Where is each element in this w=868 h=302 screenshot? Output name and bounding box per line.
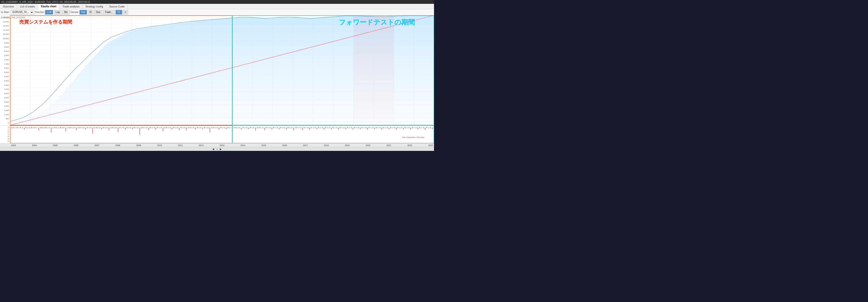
svg-rect-117: [132, 128, 133, 129]
svg-rect-153: [197, 127, 198, 128]
svg-rect-194: [273, 127, 274, 128]
svg-rect-110: [120, 127, 120, 128]
svg-rect-234: [345, 128, 346, 129]
menu-button[interactable]: ≡: [123, 10, 128, 14]
svg-rect-251: [376, 127, 376, 128]
svg-rect-236: [349, 128, 350, 128]
oos-button[interactable]: Oos: [94, 10, 102, 14]
nav-home[interactable]: ⌂: [216, 148, 218, 150]
sub-chart-svg: [10, 126, 434, 143]
svg-rect-52: [15, 127, 16, 128]
svg-rect-189: [265, 128, 265, 130]
svg-rect-254: [381, 128, 382, 130]
svg-rect-59: [27, 128, 28, 128]
tab-overview[interactable]: Overview: [0, 4, 17, 9]
svg-rect-163: [215, 128, 215, 128]
is-button[interactable]: IS: [88, 10, 93, 14]
svg-rect-201: [286, 128, 287, 130]
svg-rect-267: [405, 127, 405, 128]
svg-rect-121: [140, 128, 140, 135]
x-labels: 2003 2004 2005 2006 2007 2008 2009 2010 …: [10, 144, 434, 146]
svg-rect-141: [176, 128, 176, 128]
svg-rect-102: [105, 128, 105, 128]
svg-rect-256: [385, 128, 386, 128]
ls-button[interactable]: L+S: [45, 10, 53, 14]
svg-rect-101: [103, 127, 104, 128]
svg-rect-51: [13, 127, 13, 128]
nav-next[interactable]: ▶: [220, 148, 222, 150]
svg-rect-127: [150, 127, 151, 128]
svg-rect-223: [326, 127, 326, 128]
svg-rect-220: [320, 128, 321, 128]
svg-rect-124: [145, 128, 145, 128]
svg-rect-130: [156, 128, 156, 130]
svg-rect-80: [65, 128, 66, 131]
chart-label: EURUSD_Tick_UTC2/H1: [1, 16, 26, 19]
svg-rect-98: [98, 128, 98, 128]
svg-rect-226: [331, 128, 332, 129]
tab-list-of-trades[interactable]: List of trades: [17, 4, 38, 9]
svg-rect-268: [407, 128, 407, 128]
shr-button[interactable]: Shr: [62, 10, 69, 14]
svg-rect-114: [127, 127, 127, 128]
svg-rect-216: [313, 128, 313, 128]
svg-rect-118: [134, 127, 134, 128]
svg-rect-260: [393, 128, 393, 128]
chart-container: EURUSD_Tick_UTC2/H1 売買システムを作る期間 フォワードテスト…: [0, 15, 434, 151]
trades-button[interactable]: Trade...: [103, 10, 115, 14]
main-chart-svg: [10, 15, 434, 125]
svg-rect-207: [297, 127, 297, 128]
svg-rect-97: [96, 127, 97, 128]
svg-rect-95: [92, 128, 93, 134]
title-text: H1_110100007_S_HIR_SQX - EURUSD_Tick_UTC…: [1, 1, 90, 3]
svg-rect-202: [288, 127, 288, 128]
tc-button[interactable]: TC: [116, 10, 122, 14]
svg-rect-275: [419, 127, 420, 128]
svg-rect-136: [166, 127, 167, 128]
svg-rect-187: [261, 128, 261, 128]
svg-rect-276: [421, 128, 422, 128]
svg-rect-81: [67, 128, 68, 128]
svg-rect-181: [250, 127, 251, 128]
svg-rect-109: [118, 128, 118, 132]
svg-rect-93: [89, 128, 89, 128]
svg-rect-174: [237, 128, 238, 128]
svg-rect-176: [241, 128, 241, 130]
svg-rect-55: [20, 127, 21, 128]
tab-equity-chart[interactable]: Equity chart: [38, 4, 60, 9]
svg-rect-70: [48, 128, 48, 128]
svg-rect-177: [243, 127, 243, 128]
svg-rect-250: [374, 128, 375, 129]
svg-rect-89: [82, 128, 82, 128]
lng-button[interactable]: Lng: [54, 10, 61, 14]
direction-label: Direction: [35, 11, 44, 13]
svg-rect-214: [309, 128, 310, 130]
svg-rect-180: [248, 128, 249, 129]
tab-trade-analysis[interactable]: Trade analysis: [59, 4, 83, 9]
svg-rect-215: [311, 127, 312, 128]
svg-rect-67: [42, 127, 42, 128]
tab-bar: Overview List of trades Equity chart Tra…: [0, 4, 434, 9]
full-button[interactable]: Full: [80, 10, 87, 14]
svg-rect-147: [186, 128, 187, 131]
svg-rect-235: [347, 127, 348, 128]
svg-rect-255: [383, 127, 384, 128]
svg-rect-230: [338, 128, 339, 130]
svg-rect-218: [317, 128, 317, 129]
svg-rect-79: [63, 127, 64, 128]
svg-rect-208: [299, 128, 299, 128]
nav-prev[interactable]: ◀: [212, 148, 214, 150]
svg-rect-167: [222, 128, 223, 128]
svg-rect-152: [195, 128, 196, 130]
svg-rect-182: [252, 128, 252, 128]
tab-source-code[interactable]: Source Code: [106, 4, 128, 9]
svg-rect-88: [80, 127, 80, 128]
main-select[interactable]: EURUSD_Tic...: [11, 10, 34, 14]
chart-bottom: 0 -1 -2 -3 -4 -5 -6: [0, 125, 434, 143]
svg-rect-123: [143, 127, 143, 128]
svg-rect-57: [24, 128, 25, 130]
svg-rect-212: [306, 128, 306, 128]
svg-rect-86: [76, 128, 77, 130]
svg-rect-119: [135, 128, 136, 128]
tab-strategy-config[interactable]: Strategy config: [83, 4, 106, 9]
